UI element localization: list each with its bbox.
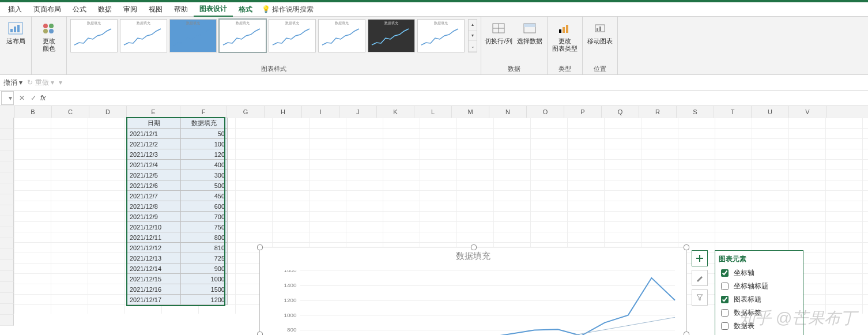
resize-handle[interactable] (684, 332, 689, 335)
cell[interactable]: 120 (181, 149, 228, 160)
cell[interactable]: 2021/12/8 (127, 201, 181, 212)
row-header[interactable] (0, 205, 14, 216)
col-header[interactable]: I (302, 106, 339, 118)
chart-plot-area[interactable]: 020040060080010001200140016002021/12/120… (277, 270, 681, 335)
checkbox[interactable] (721, 322, 729, 330)
cancel-formula-icon[interactable]: ✕ (17, 94, 27, 102)
cell[interactable]: 2021/12/5 (127, 170, 181, 180)
cell[interactable]: 2021/12/15 (127, 274, 181, 284)
name-box[interactable]: ▾ (1, 91, 14, 105)
chart-elements-button[interactable] (692, 250, 708, 266)
cell[interactable]: 300 (181, 170, 228, 180)
row-header[interactable] (0, 129, 14, 140)
tab-公式[interactable]: 公式 (67, 3, 92, 16)
chart-object[interactable]: 数据填充 020040060080010001200140016002021/1… (259, 247, 687, 335)
cell[interactable]: 2021/12/9 (127, 212, 181, 222)
row-header[interactable] (0, 150, 14, 161)
gallery-expand-button[interactable]: ▴▾⌄ (468, 19, 477, 52)
cell[interactable]: 2021/12/3 (127, 149, 181, 160)
tab-帮助[interactable]: 帮助 (168, 3, 194, 16)
chart-element-option[interactable]: 误差线 (719, 333, 799, 335)
tab-格式[interactable]: 格式 (233, 3, 258, 16)
fx-icon[interactable]: fx (40, 94, 46, 102)
row-header[interactable] (0, 140, 14, 150)
resize-handle[interactable] (684, 244, 689, 250)
select-data-button[interactable]: 选择数据 (516, 19, 544, 45)
cell[interactable]: 2021/12/17 (127, 295, 181, 305)
col-header[interactable]: H (265, 106, 302, 118)
col-header[interactable]: F (180, 106, 227, 118)
cell[interactable]: 2021/12/6 (127, 180, 181, 191)
change-colors-button[interactable]: 更改 颜色 (35, 19, 63, 52)
undo-button[interactable]: 撤消 ▾ (3, 78, 22, 88)
cell[interactable]: 725 (181, 253, 228, 264)
chart-element-option[interactable]: 坐标轴 (719, 266, 799, 280)
chart-style-thumb[interactable]: 数据填充 (269, 19, 316, 52)
col-header[interactable]: J (339, 106, 377, 118)
col-header[interactable]: B (14, 106, 52, 118)
resize-handle[interactable] (257, 332, 263, 335)
redo-button[interactable]: ↻ 重做 ▾ (27, 78, 54, 88)
col-header[interactable]: K (377, 106, 414, 118)
col-header[interactable]: V (789, 106, 827, 118)
cell[interactable]: 400 (181, 160, 228, 170)
chart-element-option[interactable]: 坐标轴标题 (719, 280, 799, 293)
cell[interactable]: 2021/12/2 (127, 139, 181, 149)
tell-me-search[interactable]: 💡 操作说明搜索 (262, 5, 314, 14)
col-header[interactable]: M (452, 106, 489, 118)
row-header[interactable] (0, 238, 14, 249)
data-table[interactable]: 日期数据填充2021/12/1502021/12/21002021/12/312… (127, 118, 228, 305)
chart-style-thumb[interactable]: 数据填充 (169, 19, 217, 52)
change-chart-type-button[interactable]: 更改 图表类型 (551, 19, 579, 52)
cell[interactable]: 750 (181, 222, 228, 232)
chart-element-option[interactable]: 数据表 (719, 319, 799, 333)
checkbox[interactable] (721, 269, 729, 277)
col-header[interactable]: E (127, 106, 180, 118)
cell[interactable]: 2021/12/14 (127, 264, 181, 274)
resize-handle[interactable] (257, 244, 263, 250)
row-header[interactable] (0, 315, 14, 326)
tab-审阅[interactable]: 审阅 (118, 3, 143, 16)
col-header[interactable]: O (527, 106, 564, 118)
chart-style-thumb[interactable]: 数据填充 (368, 19, 415, 52)
row-header[interactable] (0, 183, 14, 194)
row-header[interactable] (0, 260, 14, 271)
cell[interactable]: 1500 (181, 284, 228, 295)
cell[interactable]: 600 (181, 201, 228, 212)
row-header[interactable] (0, 118, 14, 129)
cell[interactable]: 2021/12/12 (127, 243, 181, 253)
cell[interactable]: 2021/12/1 (127, 129, 181, 139)
col-header[interactable]: U (752, 106, 789, 118)
spreadsheet-grid[interactable]: BCDEFGHIJKLMNOPQRSTUV 日期数据填充2021/12/1502… (0, 106, 868, 314)
tab-视图[interactable]: 视图 (143, 3, 168, 16)
col-header[interactable]: S (677, 106, 714, 118)
cell[interactable]: 1200 (181, 295, 228, 305)
col-header[interactable]: N (489, 106, 527, 118)
col-header[interactable]: D (89, 106, 127, 118)
row-header[interactable] (0, 282, 14, 293)
cell[interactable]: 50 (181, 129, 228, 139)
chart-style-thumb[interactable]: 数据填充 (417, 19, 465, 52)
resize-handle[interactable] (471, 244, 477, 250)
tab-图表设计[interactable]: 图表设计 (194, 2, 233, 17)
chart-styles-button[interactable] (692, 270, 708, 286)
row-header[interactable] (0, 172, 14, 183)
cell[interactable]: 2021/12/4 (127, 160, 181, 170)
chart-style-thumb[interactable]: 数据填充 (120, 19, 167, 52)
cell[interactable]: 900 (181, 264, 228, 274)
row-header[interactable] (0, 161, 14, 172)
quick-layout-button[interactable]: 速布局 (3, 19, 28, 45)
cell[interactable]: 450 (181, 191, 228, 201)
chart-style-thumb[interactable]: 数据填充 (318, 19, 365, 52)
tab-插入[interactable]: 插入 (2, 3, 28, 16)
cell[interactable]: 2021/12/10 (127, 222, 181, 232)
chart-element-option[interactable]: 数据标签 (719, 306, 799, 319)
chart-style-gallery[interactable]: 数据填充数据填充数据填充数据填充数据填充数据填充数据填充数据填充 (70, 19, 465, 52)
chart-filters-button[interactable] (692, 289, 708, 306)
cell[interactable]: 2021/12/11 (127, 232, 181, 243)
row-header[interactable] (0, 216, 14, 227)
cell[interactable]: 800 (181, 232, 228, 243)
tab-数据[interactable]: 数据 (92, 3, 118, 16)
move-chart-button[interactable]: 移动图表 (586, 19, 614, 45)
col-header[interactable]: G (227, 106, 265, 118)
